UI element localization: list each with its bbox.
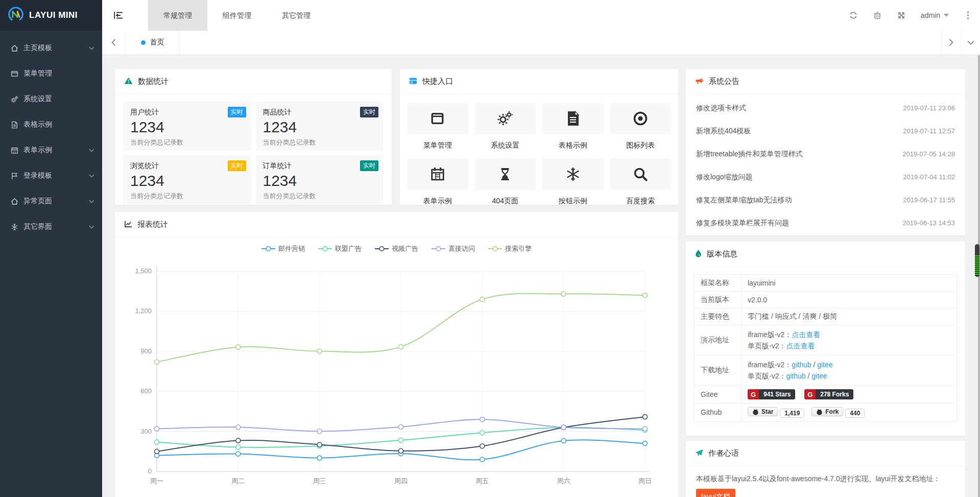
nav-tab-components[interactable]: 组件管理 — [207, 0, 267, 31]
nav-tab-other[interactable]: 其它管理 — [267, 0, 326, 31]
legend-item[interactable]: 直接访问 — [432, 244, 475, 253]
table-row: Github Star1,419 Fork440 — [695, 404, 957, 422]
download-iframe-prefix: iframe版-v2： — [748, 361, 792, 369]
announcement-title: 修复多模块菜单栏展开有问题 — [696, 219, 789, 228]
quick-item-icon-list[interactable]: 图标列表 — [610, 103, 672, 158]
version-row-label: 演示地址 — [695, 325, 742, 356]
refresh-icon[interactable] — [842, 0, 866, 31]
framework-name: layuimini — [742, 275, 957, 292]
stat-card-orders[interactable]: 订单统计 实时 1234 当前分类总记录数 — [256, 155, 384, 204]
quick-item-table-example[interactable]: 表格示例 — [542, 103, 604, 158]
github-star-count[interactable]: 1,419 — [780, 409, 804, 418]
download-gitee-link[interactable]: gitee — [817, 361, 832, 369]
legend-item[interactable]: 邮件营销 — [261, 244, 305, 253]
realtime-badge: 实时 — [228, 107, 246, 117]
quick-item-button-example[interactable]: 按钮示例 — [542, 158, 604, 214]
announcements-header: 系统公告 — [686, 69, 965, 94]
download-gitee-link[interactable]: gitee — [811, 372, 827, 380]
snowflake-icon — [542, 158, 604, 190]
stat-value: 1234 — [130, 119, 244, 136]
legend-marker-icon — [432, 246, 445, 252]
tabs-scroll-right-icon[interactable] — [941, 31, 961, 54]
svg-text:周六: 周六 — [557, 477, 570, 485]
sidebar-item-table-example[interactable]: 表格示例 — [0, 112, 102, 137]
sidebar-item-login-template[interactable]: 登录模板 — [0, 163, 102, 188]
legend-item[interactable]: 联盟广告 — [318, 244, 362, 253]
quick-item-form-example[interactable]: 表单示例 — [407, 158, 468, 214]
quick-item-baidu-search[interactable]: 百度搜索 — [610, 158, 672, 214]
github-fork-label: Fork — [825, 408, 839, 415]
github-star-button[interactable]: Star — [748, 407, 778, 416]
stat-card-users[interactable]: 用户统计 实时 1234 当前分类总记录数 — [123, 102, 251, 151]
sidebar-item-menu-manage[interactable]: 菜单管理 — [0, 61, 102, 86]
fullscreen-icon[interactable] — [890, 0, 914, 31]
quick-item-system-settings[interactable]: 系统设置 — [475, 103, 536, 158]
gitee-forks-badge[interactable]: G278 Forks — [804, 389, 853, 399]
stat-desc: 当前分类总记录数 — [130, 192, 244, 201]
nav-tab-general[interactable]: 常规管理 — [148, 0, 207, 31]
home-icon — [11, 198, 23, 205]
svg-text:1,200: 1,200 — [135, 307, 152, 315]
announcement-item[interactable]: 修复左侧菜单缩放tab无法移动 2019-06-17 11:55 — [696, 188, 955, 211]
version-table: 框架名称 layuimini 当前版本 v2.0.0 主要特色 零门槛 / 响应… — [694, 274, 957, 422]
announcement-title: 修改选项卡样式 — [696, 104, 746, 113]
sidebar-item-error-pages[interactable]: 异常页面 — [0, 188, 102, 214]
svg-text:300: 300 — [140, 428, 152, 435]
tab-home[interactable]: 首页 — [126, 31, 180, 54]
announcement-time: 2019-07-05 14:28 — [902, 150, 955, 158]
legend-item[interactable]: 视频广告 — [375, 244, 418, 253]
more-options-icon[interactable] — [956, 0, 980, 31]
download-github-link[interactable]: github — [792, 361, 811, 369]
table-row: 当前版本 v2.0.0 — [695, 292, 957, 309]
scrollbar-thumb[interactable] — [975, 244, 979, 277]
stat-card-goods[interactable]: 商品统计 实时 1234 当前分类总记录数 — [256, 102, 384, 151]
link-separator: / — [811, 361, 818, 369]
gitee-stars-badge[interactable]: G941 Stars — [748, 389, 795, 399]
logo[interactable]: LAYUI MINI — [0, 0, 102, 31]
demo-iframe-link[interactable]: 点击查看 — [792, 330, 820, 339]
demo-single-link[interactable]: 点击查看 — [786, 342, 815, 350]
sidebar-item-label: 表格示例 — [23, 120, 52, 129]
sidebar-item-other-pages[interactable]: 其它界面 — [0, 214, 102, 240]
announcements-panel: 系统公告 修改选项卡样式 2019-07-11 23:06 新增系统404模板 … — [686, 69, 965, 235]
stat-desc: 当前分类总记录数 — [130, 138, 244, 147]
quick-item-menu-manage[interactable]: 菜单管理 — [407, 103, 468, 158]
table-row: 下载地址 iframe版-v2：github / gitee 单页版-v2：gi… — [695, 356, 957, 386]
stat-desc: 当前分类总记录数 — [263, 192, 377, 201]
user-menu[interactable]: admin — [914, 0, 956, 31]
sidebar-item-form-example[interactable]: 表单示例 — [0, 137, 102, 163]
download-github-link[interactable]: github — [786, 372, 805, 380]
github-fork-count[interactable]: 440 — [845, 409, 865, 418]
trash-icon[interactable] — [866, 0, 890, 31]
sidebar-item-system-settings[interactable]: 系统设置 — [0, 86, 102, 112]
sidebar-item-label: 系统设置 — [23, 94, 52, 104]
author-words-body: 本模板基于layui2.5.4以及font-awesome-4.7.0进行实现。… — [686, 466, 965, 497]
link-separator: / — [806, 372, 812, 380]
announcement-item[interactable]: 修复多模块菜单栏展开有问题 2019-06-13 14:53 — [696, 211, 955, 234]
github-fork-button[interactable]: Fork — [811, 407, 843, 416]
sidebar-item-home-template[interactable]: 主页模板 — [0, 35, 102, 61]
tabs-scroll-left-icon[interactable] — [102, 31, 126, 54]
quick-item-label: 404页面 — [475, 197, 536, 206]
svg-text:周四: 周四 — [394, 477, 408, 485]
legend-marker-icon — [375, 246, 389, 252]
announcement-item[interactable]: 新增系统404模板 2019-07-11 12:57 — [696, 120, 955, 143]
sidebar-item-label: 主页模板 — [23, 43, 52, 53]
panel-title: 快捷入口 — [422, 77, 453, 86]
quick-item-404-page[interactable]: 404页面 — [475, 158, 536, 214]
announcement-item[interactable]: 修改logo缩放问题 2019-07-04 11:02 — [696, 165, 955, 188]
stat-title: 订单统计 — [263, 161, 377, 171]
github-star-label: Star — [761, 408, 773, 415]
announcement-item[interactable]: 新增treetable插件和菜单管理样式 2019-07-05 14:28 — [696, 143, 955, 165]
stat-card-views[interactable]: 浏览统计 实时 1234 当前分类总记录数 — [123, 155, 251, 204]
panel-title: 报表统计 — [137, 220, 168, 229]
sidebar-toggle-icon[interactable] — [102, 0, 135, 31]
announcement-item[interactable]: 修改选项卡样式 2019-07-11 23:06 — [696, 97, 955, 120]
layui-doc-button[interactable]: layui文档 — [696, 489, 735, 497]
line-chart[interactable]: 03006009001,2001,500周一周二周三周四周五周六周日 — [125, 258, 668, 494]
announcement-title: 新增系统404模板 — [696, 127, 751, 136]
window-icon — [407, 103, 468, 134]
quick-item-label: 百度搜索 — [610, 197, 672, 206]
legend-item[interactable]: 搜索引擎 — [488, 244, 532, 253]
tabs-dropdown-icon[interactable] — [961, 31, 980, 54]
